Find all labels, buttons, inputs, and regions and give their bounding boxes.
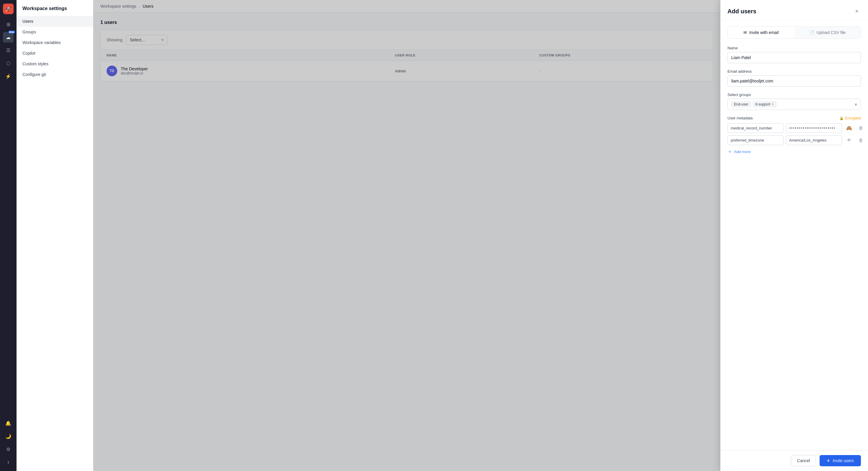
modal-overlay-bg [93, 0, 720, 471]
invite-icon: ✈ [827, 458, 830, 463]
toggle-visibility-button-1[interactable]: 🙈 [844, 123, 854, 133]
name-label: Name [727, 46, 861, 50]
nav-icon-plugins[interactable]: ⚡ [3, 71, 13, 82]
tab-upload-csv-label: Upload CSV file [817, 30, 846, 35]
tab-buttons: ✉ Invite with email 📄 Upload CSV file [727, 26, 861, 39]
groups-field-group: Select groups End-user it-support × ▾ [727, 92, 861, 110]
remove-group-it-support[interactable]: × [771, 102, 774, 107]
add-more-button[interactable]: ＋ Add more [727, 147, 750, 156]
sidebar-item-groups[interactable]: Groups [17, 27, 93, 37]
toggle-visibility-button-2[interactable]: 👁 [844, 136, 854, 145]
encrypted-label: Encrypted [845, 116, 861, 120]
groups-selector[interactable]: End-user it-support × ▾ [727, 99, 861, 110]
eye-icon: 👁 [847, 138, 851, 143]
icon-sidebar: 🚀 ⊞ ☁ Beta ☰ ⬡ ⚡ 🔔 🌙 ⚙ t [0, 0, 17, 471]
nav-icon-layers[interactable]: ⬡ [3, 58, 13, 68]
nav-icon-notifications[interactable]: 🔔 [3, 418, 13, 429]
sidebar-item-users[interactable]: Users [17, 16, 93, 27]
invite-users-button[interactable]: ✈ Invite users [819, 455, 861, 466]
add-users-modal: Add users × ✉ Invite with email 📄 Upload… [720, 0, 868, 471]
sidebar-item-copilot[interactable]: Copilot [17, 48, 93, 59]
email-input[interactable] [727, 75, 861, 87]
groups-chevron-icon: ▾ [855, 101, 857, 107]
metadata-field-group: User metadata 🔒 Encrypted 🙈 🗑 [727, 116, 861, 156]
tab-invite-email[interactable]: ✉ Invite with email [728, 27, 794, 38]
add-more-label: Add more [734, 149, 750, 154]
settings-sidebar: Workspace settings Users Groups Workspac… [17, 0, 93, 471]
meta-val-input-1[interactable] [786, 123, 842, 133]
tab-upload-csv[interactable]: 📄 Upload CSV file [794, 27, 861, 38]
group-tag-label: End-user [734, 102, 748, 107]
main-content: Workspace settings › Users 1 users Showi… [93, 0, 720, 471]
metadata-header: User metadata 🔒 Encrypted [727, 116, 861, 120]
groups-label: Select groups [727, 92, 861, 97]
plus-icon: ＋ [727, 149, 732, 155]
email-label: Email address [727, 69, 861, 73]
group-tag-it-support: it-support × [753, 101, 776, 107]
metadata-row-2: 👁 🗑 [727, 135, 861, 145]
metadata-label: User metadata [727, 116, 752, 120]
trash-icon: 🗑 [859, 138, 863, 143]
nav-icon-list[interactable]: ☰ [3, 45, 13, 56]
meta-val-input-2[interactable] [786, 135, 842, 145]
email-field-group: Email address [727, 69, 861, 87]
modal-title: Add users [727, 8, 756, 15]
email-icon: ✉ [743, 30, 747, 35]
cancel-button[interactable]: Cancel [791, 455, 816, 466]
sidebar-item-custom-styles[interactable]: Custom styles [17, 59, 93, 69]
encrypted-badge: 🔒 Encrypted [839, 116, 861, 120]
trash-icon: 🗑 [859, 125, 863, 131]
tab-invite-email-label: Invite with email [749, 30, 779, 35]
nav-icon-workspace[interactable]: ☁ Beta [3, 32, 13, 42]
modal-close-button[interactable]: × [852, 7, 861, 16]
meta-key-input-2[interactable] [727, 135, 783, 145]
modal-footer: Cancel ✈ Invite users [720, 450, 868, 471]
csv-icon: 📄 [809, 30, 814, 35]
sidebar-item-configure-git[interactable]: Configure git [17, 69, 93, 80]
nav-icon-apps[interactable]: ⊞ [3, 19, 13, 30]
name-field-group: Name [727, 46, 861, 63]
meta-key-input-1[interactable] [727, 123, 783, 133]
name-input[interactable] [727, 52, 861, 63]
delete-metadata-button-2[interactable]: 🗑 [856, 136, 866, 145]
nav-icon-user[interactable]: t [3, 457, 13, 467]
eye-off-icon: 🙈 [846, 125, 852, 131]
modal-body: ✉ Invite with email 📄 Upload CSV file Na… [720, 20, 868, 450]
group-tag-end-user: End-user [731, 101, 751, 107]
lock-icon: 🔒 [839, 116, 844, 120]
group-tag-label: it-support [755, 102, 770, 107]
sidebar-item-workspace-variables[interactable]: Workspace variables [17, 37, 93, 48]
modal-header: Add users × [720, 0, 868, 20]
nav-icon-settings[interactable]: ⚙ [3, 444, 13, 454]
app-logo[interactable]: 🚀 [3, 4, 13, 14]
invite-label: Invite users [833, 458, 854, 463]
settings-sidebar-title: Workspace settings [17, 6, 93, 16]
nav-icon-theme[interactable]: 🌙 [3, 431, 13, 441]
beta-badge: Beta [8, 31, 15, 33]
metadata-row-1: 🙈 🗑 [727, 123, 861, 133]
delete-metadata-button-1[interactable]: 🗑 [856, 123, 866, 133]
